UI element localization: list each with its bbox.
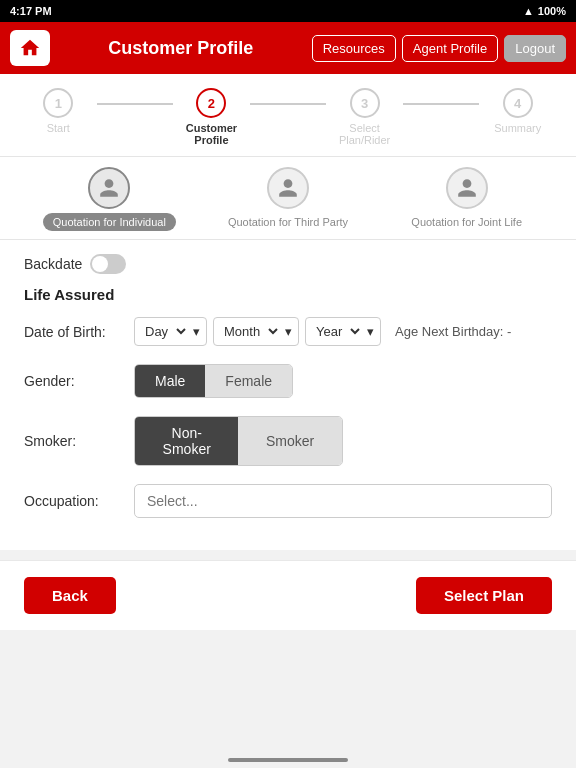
status-time: 4:17 PM: [10, 5, 52, 17]
age-next-birthday: Age Next Birthday: -: [395, 324, 511, 339]
step-4-circle: 4: [503, 88, 533, 118]
dob-label: Date of Birth:: [24, 324, 134, 340]
status-bar: 4:17 PM ▲ 100%: [0, 0, 576, 22]
tab-joint-life[interactable]: Quotation for Joint Life: [377, 167, 556, 239]
step-1: 1 Start: [20, 88, 97, 134]
tab-individual[interactable]: Quotation for Individual: [20, 167, 199, 239]
tab-third-party[interactable]: Quotation for Third Party: [199, 167, 378, 239]
select-plan-button[interactable]: Select Plan: [416, 577, 552, 614]
backdate-toggle[interactable]: [90, 254, 126, 274]
tabs-row: Quotation for Individual Quotation for T…: [0, 157, 576, 239]
tab-third-party-avatar: [267, 167, 309, 209]
header: Customer Profile Resources Agent Profile…: [0, 22, 576, 74]
tab-third-party-label: Quotation for Third Party: [222, 213, 354, 231]
header-buttons: Resources Agent Profile Logout: [312, 35, 566, 62]
occupation-input[interactable]: [134, 484, 552, 518]
home-icon: [19, 37, 41, 59]
tab-individual-avatar: [88, 167, 130, 209]
progress-steps: 1 Start 2 Customer Profile 3 Select Plan…: [0, 74, 576, 157]
life-assured-title: Life Assured: [24, 286, 552, 303]
backdate-row: Backdate: [24, 254, 552, 274]
person-icon-individual: [98, 177, 120, 199]
smoker-button[interactable]: Smoker: [238, 417, 341, 465]
dob-controls: Day ▾ Month ▾ Year ▾ Age Next Birthday: …: [134, 317, 552, 346]
smoker-label: Smoker:: [24, 433, 134, 449]
year-dropdown[interactable]: Year: [312, 323, 363, 340]
month-dropdown[interactable]: Month: [220, 323, 281, 340]
non-smoker-button[interactable]: Non-Smoker: [135, 417, 238, 465]
step-3-circle: 3: [350, 88, 380, 118]
day-chevron-icon: ▾: [193, 324, 200, 339]
dob-day-select[interactable]: Day ▾: [134, 317, 207, 346]
page-title: Customer Profile: [50, 38, 312, 59]
tab-joint-life-label: Quotation for Joint Life: [405, 213, 528, 231]
home-button[interactable]: [10, 30, 50, 66]
person-icon-third: [277, 177, 299, 199]
step-1-label: Start: [47, 122, 70, 134]
agent-profile-button[interactable]: Agent Profile: [402, 35, 498, 62]
footer-buttons: Back Select Plan: [0, 560, 576, 630]
back-button[interactable]: Back: [24, 577, 116, 614]
status-right: ▲ 100%: [523, 5, 566, 17]
logout-button[interactable]: Logout: [504, 35, 566, 62]
step-2-circle: 2: [196, 88, 226, 118]
person-icon-joint: [456, 177, 478, 199]
gender-row: Gender: Male Female: [24, 364, 552, 398]
bottom-bar: [228, 758, 348, 762]
step-4-label: Summary: [494, 122, 541, 134]
step-connector-1: [97, 103, 174, 105]
step-connector-2: [250, 103, 327, 105]
step-4: 4 Summary: [479, 88, 556, 134]
gender-toggle-group: Male Female: [134, 364, 293, 398]
step-1-circle: 1: [43, 88, 73, 118]
step-2-label: Customer Profile: [173, 122, 250, 146]
step-connector-3: [403, 103, 480, 105]
day-dropdown[interactable]: Day: [141, 323, 189, 340]
form-section: Backdate Life Assured Date of Birth: Day…: [0, 240, 576, 550]
gender-male-button[interactable]: Male: [135, 365, 205, 397]
occupation-row: Occupation:: [24, 484, 552, 518]
step-3: 3 Select Plan/Rider: [326, 88, 403, 146]
dob-month-select[interactable]: Month ▾: [213, 317, 299, 346]
tab-individual-button[interactable]: Quotation for Individual: [43, 213, 176, 231]
gender-female-button[interactable]: Female: [205, 365, 292, 397]
smoker-toggle-group: Non-Smoker Smoker: [134, 416, 343, 466]
resources-button[interactable]: Resources: [312, 35, 396, 62]
battery-text: 100%: [538, 5, 566, 17]
tab-joint-life-avatar: [446, 167, 488, 209]
backdate-label: Backdate: [24, 256, 82, 272]
gender-label: Gender:: [24, 373, 134, 389]
smoker-row: Smoker: Non-Smoker Smoker: [24, 416, 552, 466]
dob-year-select[interactable]: Year ▾: [305, 317, 381, 346]
step-3-label: Select Plan/Rider: [326, 122, 403, 146]
year-chevron-icon: ▾: [367, 324, 374, 339]
occupation-label: Occupation:: [24, 493, 134, 509]
step-2: 2 Customer Profile: [173, 88, 250, 146]
dob-row: Date of Birth: Day ▾ Month ▾ Year ▾ Age: [24, 317, 552, 346]
wifi-icon: ▲: [523, 5, 534, 17]
month-chevron-icon: ▾: [285, 324, 292, 339]
